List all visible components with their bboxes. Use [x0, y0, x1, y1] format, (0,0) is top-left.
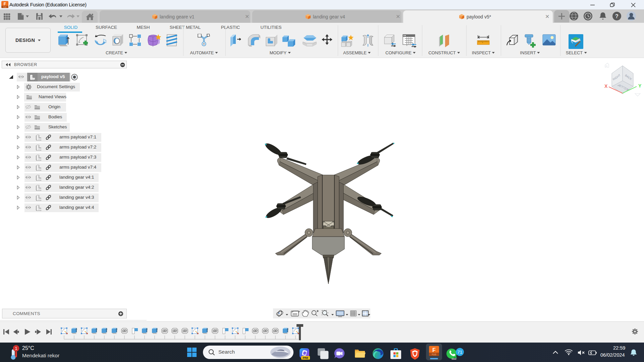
svg-text:FUS: FUS	[3, 6, 6, 8]
svg-text:F: F	[4, 2, 6, 6]
svg-text:FUS: FUS	[432, 353, 437, 356]
svg-text:PRE: PRE	[303, 356, 309, 360]
svg-text:Y: Y	[638, 83, 642, 88]
svg-text:1: 1	[15, 346, 17, 351]
svg-text:F: F	[432, 347, 436, 353]
svg-text:?: ?	[615, 13, 619, 19]
svg-text:71: 71	[458, 350, 462, 355]
svg-text:X: X	[604, 83, 608, 89]
